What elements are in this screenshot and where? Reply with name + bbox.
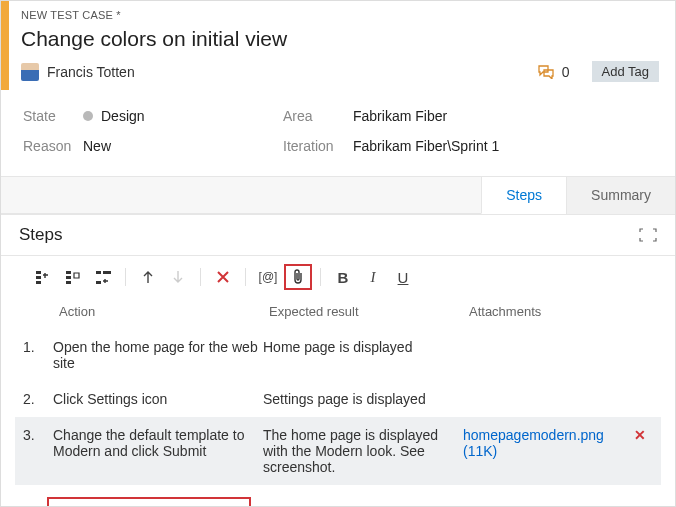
attachment-name[interactable]: homepagemodern.png [463,427,604,443]
tab-steps[interactable]: Steps [481,177,566,214]
step-action[interactable]: Change the default template to Modern an… [53,427,263,459]
tab-summary[interactable]: Summary [566,177,675,214]
avatar[interactable] [21,63,39,81]
add-step-input[interactable]: Click or type here to add a step [47,497,251,507]
discussion-icon[interactable] [538,65,554,79]
mention-icon[interactable]: [@] [254,264,282,290]
col-expected: Expected result [269,304,469,319]
reason-label: Reason [23,138,83,154]
col-action: Action [59,304,269,319]
step-row[interactable]: 2. Click Settings icon Settings page is … [15,381,661,417]
step-number: 1. [23,339,53,355]
step-expected[interactable]: Settings page is displayed [263,391,463,407]
state-dot-icon [83,111,93,121]
step-action[interactable]: Open the home page for the web site [53,339,263,371]
expand-icon[interactable] [639,228,657,242]
assigned-to[interactable]: Francis Totten [47,64,135,80]
discussion-count: 0 [562,64,570,80]
area-value[interactable]: Fabrikam Fiber [353,108,653,124]
step-expected[interactable]: The home page is displayed with the Mode… [263,427,463,475]
underline-button[interactable]: U [389,264,417,290]
italic-button[interactable]: I [359,264,387,290]
section-title: Steps [19,225,639,245]
insert-shared-step-icon[interactable] [59,264,87,290]
breadcrumb: NEW TEST CASE * [21,9,659,21]
remove-attachment-icon[interactable]: ✕ [627,427,653,443]
step-number: 3. [23,427,53,443]
move-down-icon[interactable] [164,264,192,290]
bold-button[interactable]: B [329,264,357,290]
step-number: 2. [23,391,53,407]
step-row[interactable]: 1. Open the home page for the web site H… [15,329,661,381]
move-up-icon[interactable] [134,264,162,290]
add-tag-button[interactable]: Add Tag [592,61,659,82]
attachment-size: (11K) [463,443,497,459]
state-value[interactable]: Design [83,108,283,124]
step-row[interactable]: 3. Change the default template to Modern… [15,417,661,485]
col-attachments: Attachments [469,304,657,319]
insert-step-icon[interactable] [29,264,57,290]
type-color-bar [1,1,9,90]
attachment-icon[interactable] [284,264,312,290]
iteration-label: Iteration [283,138,353,154]
state-label: State [23,108,83,124]
area-label: Area [283,108,353,124]
iteration-value[interactable]: Fabrikam Fiber\Sprint 1 [353,138,653,154]
reason-value[interactable]: New [83,138,283,154]
step-expected[interactable]: Home page is displayed [263,339,463,355]
delete-step-icon[interactable] [209,264,237,290]
insert-param-icon[interactable] [89,264,117,290]
state-text: Design [101,108,145,124]
step-attachment[interactable]: homepagemodern.png (11K) [463,427,627,459]
page-title[interactable]: Change colors on initial view [21,27,659,51]
step-action[interactable]: Click Settings icon [53,391,263,407]
